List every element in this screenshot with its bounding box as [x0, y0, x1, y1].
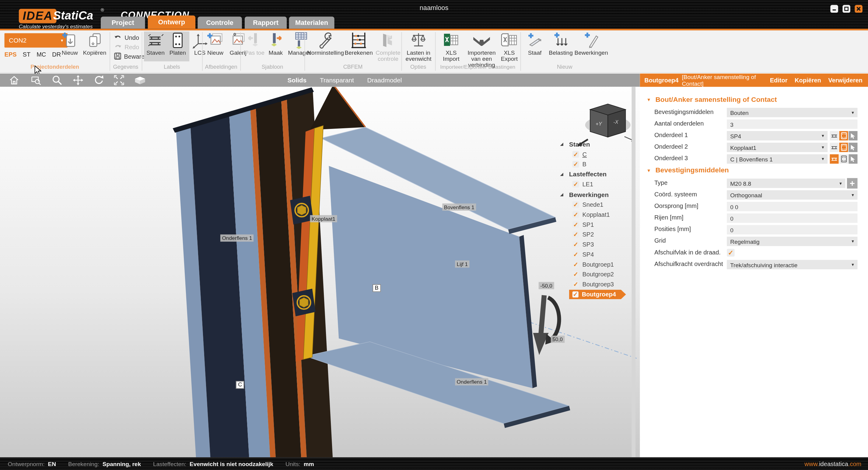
- platen-toggle-button[interactable]: Platen: [166, 32, 189, 56]
- tree-group-staven[interactable]: ◢ Staven: [560, 139, 639, 149]
- pick-beam-button[interactable]: [830, 131, 839, 140]
- pick-plate-button[interactable]: [839, 154, 848, 164]
- pas-toe-button[interactable]: Pas toe: [244, 32, 266, 56]
- tab-materialen[interactable]: Materialen: [289, 17, 334, 29]
- lasten-in-evenwicht-button[interactable]: Lasten in evenwicht: [403, 32, 434, 62]
- tree-item-le1[interactable]: ✓ LE1: [560, 179, 639, 190]
- mode-eps[interactable]: EPS: [5, 51, 17, 58]
- expander-icon[interactable]: ◢: [560, 142, 566, 147]
- maximize-button[interactable]: [842, 5, 850, 12]
- pick-in-scene-button[interactable]: [848, 131, 857, 140]
- maak-button[interactable]: Maak: [265, 32, 287, 56]
- mode-draadmodel[interactable]: Draadmodel: [367, 77, 402, 83]
- mode-st[interactable]: ST: [23, 51, 31, 58]
- editor-button[interactable]: Editor: [770, 77, 788, 83]
- coord-systeem-select[interactable]: Orthogonaal ▼: [727, 190, 857, 200]
- zoom-window-button[interactable]: [28, 74, 44, 87]
- tree-item-b[interactable]: ✓ B: [560, 159, 639, 169]
- collapse-triangle-icon[interactable]: ▼: [646, 97, 651, 102]
- section-bout-anker[interactable]: ▼ Bout/Anker samenstelling of Contact: [646, 96, 777, 103]
- add-bolt-type-button[interactable]: +: [847, 178, 858, 189]
- checkbox-checked-icon[interactable]: ✓: [572, 241, 579, 248]
- model-viewport[interactable]: +Y -X Bovenflens 1 Kopplaat1 Onderflens …: [0, 87, 640, 458]
- connection-select[interactable]: CON2 ▾: [5, 33, 68, 47]
- pick-plate-button[interactable]: [839, 142, 848, 152]
- bevestigingsmiddelen-select[interactable]: Bouten ▼: [727, 108, 857, 118]
- tree-item-snede1[interactable]: ✓ Snede1: [560, 199, 639, 209]
- grid-select[interactable]: Regelmatig ▼: [727, 237, 857, 246]
- afschuifvlak-checkbox[interactable]: ✓: [727, 249, 734, 257]
- checkbox-checked-icon[interactable]: ✓: [572, 251, 579, 258]
- onderdeel-1-select[interactable]: SP4 ▼: [727, 131, 828, 140]
- bewaren-button[interactable]: Bewaren: [114, 52, 148, 60]
- tab-project[interactable]: Project: [101, 17, 145, 29]
- collapse-triangle-icon[interactable]: ▼: [646, 168, 651, 173]
- section-bevestigingsmiddelen[interactable]: ▼ Bevestigingsmiddelen: [646, 166, 728, 174]
- checkbox-checked-icon[interactable]: ✓: [572, 211, 579, 218]
- tree-group-bewerkingen[interactable]: ◢ Bewerkingen: [560, 190, 639, 199]
- checkbox-checked-icon[interactable]: ✓: [572, 161, 579, 168]
- checkbox-checked-icon[interactable]: ✓: [572, 291, 579, 297]
- tree-item-kopplaat1[interactable]: ✓ Kopplaat1: [560, 209, 639, 220]
- staaf-button[interactable]: Staaf: [523, 32, 547, 56]
- rijen-input[interactable]: 0: [727, 213, 857, 223]
- tab-rapport[interactable]: Rapport: [245, 17, 287, 29]
- xls-import-button[interactable]: XLS Import: [438, 32, 464, 62]
- tree-item-boutgroep2[interactable]: ✓ Boutgroep2: [560, 269, 639, 279]
- belasting-button[interactable]: Belasting: [547, 32, 575, 56]
- zoom-fit-button[interactable]: [111, 74, 127, 87]
- pick-in-scene-button[interactable]: [848, 154, 857, 164]
- checkbox-checked-icon[interactable]: ✓: [572, 261, 579, 268]
- kopieren-button[interactable]: Kopiëren: [81, 32, 108, 56]
- oorsprong-input[interactable]: 0 0: [727, 202, 857, 211]
- importeren-verbinding-button[interactable]: Importeren van een verbinding: [464, 32, 499, 68]
- onderdeel-3-select[interactable]: C | Bovenflens 1 ▼: [727, 154, 828, 164]
- afschuifkracht-select[interactable]: Trek/afschuiving interactie ▼: [727, 260, 857, 269]
- type-select[interactable]: M20 8.8 ▼: [727, 179, 845, 188]
- checkbox-checked-icon[interactable]: ✓: [572, 231, 579, 238]
- pick-plate-button[interactable]: [839, 131, 848, 140]
- pan-button[interactable]: [70, 74, 87, 87]
- checkbox-checked-icon[interactable]: ✓: [572, 181, 579, 188]
- ideastatica-link[interactable]: www.ideastatica.com: [804, 460, 861, 467]
- checkbox-checked-icon[interactable]: ✓: [572, 281, 579, 288]
- checkbox-checked-icon[interactable]: ✓: [572, 201, 579, 208]
- pick-beam-button[interactable]: [830, 142, 839, 152]
- posities-input[interactable]: 0: [727, 225, 857, 234]
- checkbox-checked-icon[interactable]: ✓: [572, 271, 579, 278]
- tree-item-boutgroep1[interactable]: ✓ Boutgroep1: [560, 259, 639, 269]
- tree-group-lasteffecten[interactable]: ◢ Lasteffecten: [560, 169, 639, 179]
- redo-button[interactable]: Redo: [114, 42, 139, 51]
- checkbox-checked-icon[interactable]: ✓: [572, 221, 579, 228]
- kopieren-action-button[interactable]: Kopiëren: [795, 77, 821, 83]
- verwijderen-button[interactable]: Verwijderen: [829, 77, 863, 83]
- onderdeel-2-select[interactable]: Kopplaat1 ▼: [727, 142, 828, 152]
- nieuw-project-button[interactable]: Nieuw: [59, 32, 81, 56]
- berekenen-button[interactable]: Berekenen: [343, 32, 374, 56]
- nieuw-afbeelding-button[interactable]: Nieuw: [204, 32, 226, 56]
- tab-ontwerp[interactable]: Ontwerp: [148, 15, 195, 29]
- staven-toggle-button[interactable]: Staven: [145, 32, 167, 56]
- undo-button[interactable]: Undo: [114, 33, 139, 41]
- xls-export-button[interactable]: XLS Export: [498, 32, 521, 62]
- zoom-button[interactable]: [49, 74, 65, 87]
- expander-icon[interactable]: ◢: [560, 192, 566, 197]
- aantal-onderdelen-input[interactable]: 3: [727, 120, 857, 129]
- complete-controle-button[interactable]: Complete controle: [374, 32, 402, 62]
- mode-solids[interactable]: Solids: [287, 77, 307, 83]
- solid-view-button[interactable]: [132, 74, 149, 87]
- tree-item-boutgroep3[interactable]: ✓ Boutgroep3: [560, 279, 639, 290]
- norminstelling-button[interactable]: Norminstelling: [308, 32, 343, 56]
- tree-item-sp2[interactable]: ✓ SP2: [560, 230, 639, 240]
- tab-controle[interactable]: Controle: [197, 17, 242, 29]
- mode-mc[interactable]: MC: [36, 51, 46, 58]
- close-button[interactable]: [855, 5, 862, 12]
- tree-item-sp3[interactable]: ✓ SP3: [560, 239, 639, 249]
- rotate-button[interactable]: [91, 74, 107, 87]
- home-view-button[interactable]: [5, 74, 22, 87]
- mode-transparant[interactable]: Transparant: [320, 77, 354, 83]
- bewerkingen-button[interactable]: Bewerkingen: [575, 32, 608, 56]
- expander-icon[interactable]: ◢: [560, 172, 566, 177]
- tree-item-sp1[interactable]: ✓ SP1: [560, 220, 639, 230]
- pick-beam-button[interactable]: [830, 154, 839, 164]
